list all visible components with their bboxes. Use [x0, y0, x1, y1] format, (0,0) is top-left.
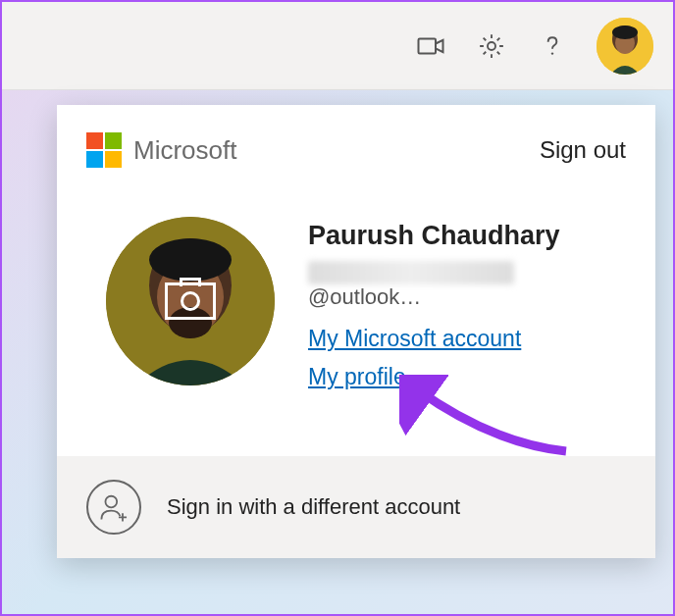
email-suffix: @outlook…	[308, 284, 421, 309]
microsoft-logo: Microsoft	[86, 132, 236, 168]
settings-gear-icon[interactable]	[475, 29, 508, 63]
user-email: @outlook…	[308, 259, 626, 310]
meet-now-icon[interactable]	[414, 29, 447, 63]
my-microsoft-account-link[interactable]: My Microsoft account	[308, 326, 521, 352]
app-topbar	[2, 2, 673, 90]
panel-body: Paurush Chaudhary @outlook… My Microsoft…	[57, 178, 655, 456]
panel-footer[interactable]: Sign in with a different account	[57, 456, 655, 558]
svg-point-1	[488, 42, 495, 50]
user-display-name: Paurush Chaudhary	[308, 221, 626, 251]
camera-icon	[165, 282, 216, 320]
svg-rect-0	[419, 38, 437, 53]
svg-point-10	[149, 238, 232, 282]
account-flyout-panel: Microsoft Sign out Paurush Chaudhary @ou…	[57, 105, 655, 558]
add-account-icon	[86, 480, 141, 535]
panel-header: Microsoft Sign out	[57, 105, 655, 178]
topbar-avatar[interactable]	[597, 18, 653, 75]
svg-point-6	[612, 26, 638, 39]
profile-avatar[interactable]	[106, 217, 275, 385]
my-profile-link[interactable]: My profile	[308, 364, 406, 390]
microsoft-logo-text: Microsoft	[133, 135, 236, 166]
email-redacted	[308, 261, 514, 284]
svg-point-2	[551, 52, 553, 54]
add-account-label: Sign in with a different account	[167, 494, 460, 520]
svg-point-12	[105, 496, 117, 508]
sign-out-link[interactable]: Sign out	[540, 136, 626, 164]
help-icon[interactable]	[536, 29, 569, 63]
microsoft-logo-icon	[86, 132, 122, 168]
user-info-block: Paurush Chaudhary @outlook… My Microsoft…	[308, 217, 626, 402]
